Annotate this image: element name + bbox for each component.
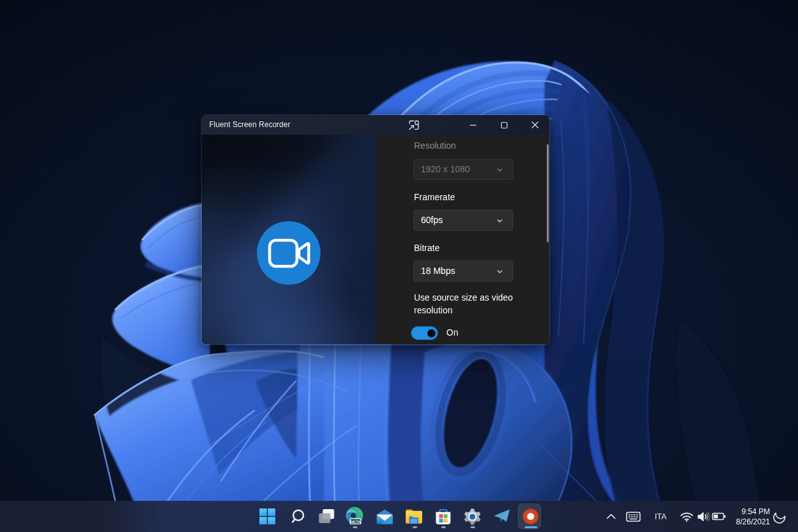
- svg-text:BETA: BETA: [350, 519, 361, 523]
